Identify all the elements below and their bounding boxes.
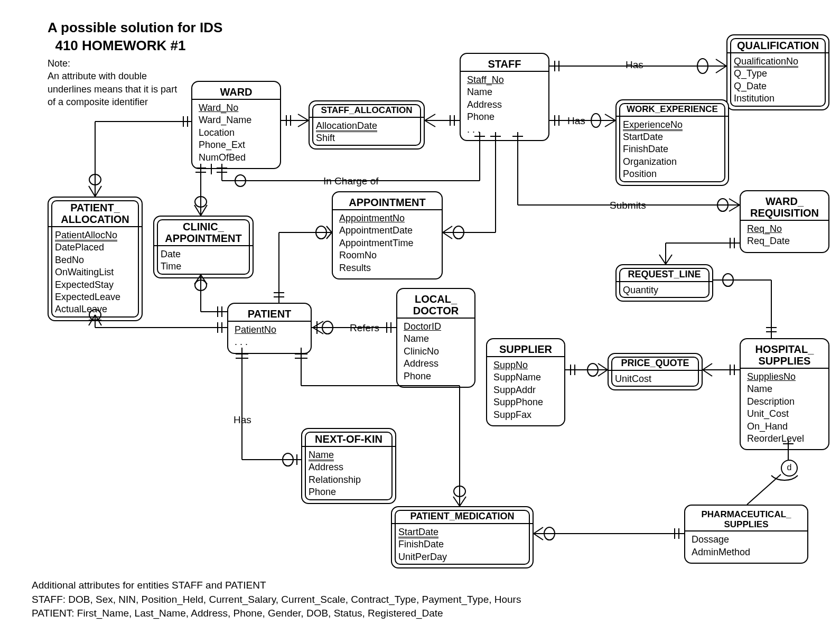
attr: BedNo — [55, 254, 135, 266]
entity-price-quote-attrs: UnitCost — [615, 373, 695, 385]
entity-request-line-title: REQUEST_LINE — [617, 268, 712, 282]
entity-pharmaceutical-supplies: PHARMACEUTICAL_ SUPPLIES Dossage AdminMe… — [684, 505, 808, 564]
svg-line-11 — [605, 120, 615, 127]
svg-line-5 — [716, 66, 726, 73]
svg-line-21 — [298, 120, 309, 127]
attr: Name — [404, 333, 468, 345]
attr: NumOfBed — [199, 152, 274, 164]
attr: FinishDate — [623, 143, 722, 155]
svg-point-3 — [697, 59, 708, 73]
svg-line-125 — [534, 527, 543, 534]
svg-point-120 — [454, 486, 465, 497]
attr: Name — [467, 86, 542, 98]
entity-work-experience: WORK_EXPERIENCE ExperienceNo StartDate F… — [615, 99, 729, 186]
entity-staff: STAFF Staff_No Name Address Phone . . . — [460, 53, 549, 141]
svg-line-63 — [443, 226, 452, 232]
attr: OnWaitingList — [55, 266, 135, 278]
svg-point-113 — [283, 453, 293, 466]
attr: ExpectedLeave — [55, 291, 135, 303]
svg-point-62 — [453, 226, 464, 239]
entity-hospital-supplies-attrs: SuppliesNo Name Description Unit_Cost On… — [747, 371, 822, 445]
svg-line-85 — [729, 205, 740, 211]
footer-line2: STAFF: DOB, Sex, NIN, Position_Held, Cur… — [32, 593, 521, 607]
attr: SuppName — [493, 371, 558, 384]
attr: RoomNo — [339, 249, 435, 262]
entity-staff-attrs: Staff_No Name Address Phone . . . — [467, 74, 542, 136]
entity-work-experience-attrs: ExperienceNo StartDate FinishDate Organi… — [623, 119, 722, 181]
entity-request-line-attrs: Quantity — [623, 284, 706, 296]
svg-point-53 — [195, 280, 207, 291]
attr: PatientAllocNo — [55, 231, 117, 241]
entity-price-quote-title: PRICE_QUOTE — [609, 357, 702, 371]
footer-line3: PATIENT: First_Name, Last_Name, Address,… — [32, 607, 521, 621]
entity-patient-attrs: PatientNo . . . — [235, 324, 304, 349]
rel-has-qualification: Has — [623, 59, 646, 71]
entity-work-experience-title: WORK_EXPERIENCE — [617, 104, 728, 117]
entity-staff-allocation-attrs: AllocationDate Shift — [316, 120, 417, 145]
svg-point-34 — [89, 174, 101, 185]
attr: Institution — [734, 92, 822, 105]
attr: Time — [161, 260, 246, 273]
attr: Shift — [316, 132, 417, 144]
entity-patient-medication: PATIENT_MEDICATION StartDate FinishDate … — [391, 506, 534, 568]
svg-point-83 — [717, 199, 728, 211]
svg-line-50 — [201, 205, 207, 216]
svg-line-131 — [747, 474, 781, 505]
attr: Position — [623, 168, 722, 180]
attr: Address — [467, 99, 542, 111]
svg-point-95 — [723, 274, 733, 286]
svg-line-92 — [666, 255, 672, 264]
attr: StartDate — [398, 528, 438, 538]
attr: Req_No — [747, 223, 782, 234]
svg-line-10 — [605, 114, 615, 120]
attr: Name — [747, 383, 822, 395]
entity-clinic-appointment: CLINIC_ APPOINTMENT Date Time — [153, 216, 254, 278]
entity-supplier-title: SUPPLIER — [487, 342, 564, 357]
attr: UnitPerDay — [398, 551, 526, 563]
attr: ClinicNo — [404, 346, 468, 358]
page-title: A possible solution for IDS 410 HOMEWORK… — [48, 19, 222, 55]
attr: AppointmentTime — [339, 237, 435, 249]
entity-patient-allocation-attrs: PatientAllocNo DatePlaced BedNo OnWaitin… — [55, 229, 135, 316]
svg-line-126 — [534, 534, 543, 540]
entity-ward-requisition: WARD_ REQUISITION Req_No Req_Date — [740, 190, 829, 253]
entity-price-quote: PRICE_QUOTE UnitCost — [608, 353, 703, 390]
svg-line-16 — [425, 120, 435, 127]
svg-line-15 — [425, 114, 435, 120]
svg-line-20 — [298, 114, 309, 120]
svg-point-124 — [544, 527, 555, 540]
entity-ward-requisition-title: WARD_ REQUISITION — [741, 194, 828, 221]
entity-appointment-title: APPOINTMENT — [333, 195, 442, 210]
attr: FinishDate — [398, 538, 526, 551]
attr: AppointmentDate — [339, 225, 435, 237]
attr: SuppFax — [493, 409, 558, 421]
attr: . . . — [467, 124, 542, 136]
svg-line-76 — [313, 328, 323, 334]
rel-has-experience: Has — [565, 115, 587, 127]
svg-point-69 — [316, 226, 326, 239]
svg-line-102 — [598, 363, 608, 370]
svg-line-49 — [194, 205, 201, 216]
svg-line-36 — [95, 186, 101, 197]
entity-ward: WARD Ward_No Ward_Name Location Phone_Ex… — [191, 81, 281, 169]
svg-line-107 — [703, 363, 712, 370]
attr: Location — [199, 127, 274, 139]
footer-notes: Additional attributes for entities STAFF… — [32, 579, 521, 621]
entity-clinic-appointment-title: CLINIC_ APPOINTMENT — [154, 220, 253, 246]
entity-patient: PATIENT PatientNo . . . — [227, 303, 312, 354]
entity-ward-attrs: Ward_No Ward_Name Location Phone_Ext Num… — [199, 102, 274, 164]
entity-next-of-kin-attrs: Name Address Relationship Phone — [309, 449, 389, 499]
entity-qualification: QUALIFICATION QualificationNo Q_Type Q_D… — [726, 34, 829, 110]
heading-line1: A possible solution for IDS — [48, 20, 222, 35]
note-l4: of a composite identifier — [48, 97, 148, 107]
attr: ActualLeave — [55, 303, 135, 315]
entity-appointment: APPOINTMENT AppointmentNo AppointmentDat… — [332, 191, 443, 279]
svg-point-9 — [591, 114, 601, 127]
entity-supplier-attrs: SuppNo SuppName SuppAddr SuppPhone SuppF… — [493, 359, 558, 421]
entity-pharmaceutical-supplies-title: PHARMACEUTICAL_ SUPPLIES — [685, 509, 807, 531]
attr: Description — [747, 396, 822, 408]
disjoint-circle-icon: d — [781, 460, 798, 477]
attr: AllocationDate — [316, 122, 377, 132]
svg-line-108 — [703, 370, 712, 376]
attr: Quantity — [623, 284, 706, 296]
